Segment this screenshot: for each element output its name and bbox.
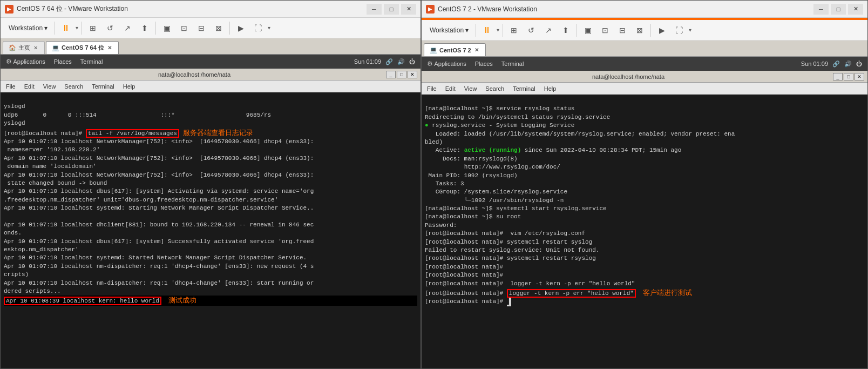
tab-centos-right[interactable]: 💻 CentOS 7 2 ✕	[424, 43, 486, 56]
right-fullscreen-arrow: ▾	[689, 27, 691, 33]
tab-centos-left[interactable]: 💻 CentOS 7 64 位 ✕	[46, 41, 119, 54]
minimize-button-left[interactable]: ─	[367, 4, 382, 15]
right-view-btn-4[interactable]: ⊠	[632, 23, 647, 38]
right-window-title: CentOS 7 2 - VMware Workstation	[438, 5, 813, 13]
power-icon-right: ⏻	[856, 61, 862, 67]
dropdown-arrow-right: ▾	[465, 26, 469, 34]
menu-search-right[interactable]: Search	[483, 85, 506, 92]
terminal-close-right[interactable]: ✕	[855, 73, 864, 80]
right-vm-btn-2[interactable]: ↺	[524, 23, 539, 38]
workstation-menu-right[interactable]: Workstation ▾	[426, 24, 472, 36]
right-view-btn-1[interactable]: ▣	[580, 23, 595, 38]
terminal-menu-right[interactable]: Terminal	[501, 61, 524, 67]
term-line-1: yslogd	[4, 103, 25, 110]
vm-btn-4[interactable]: ⬆	[137, 21, 152, 36]
left-tab-bar: 🏠 主页 ✕ 💻 CentOS 7 64 位 ✕	[1, 38, 421, 55]
menu-edit-right[interactable]: Edit	[443, 85, 458, 92]
r-line-21: [root@localhost nata]#	[425, 272, 503, 278]
term-line-12: .freedesktop.nm_dispatcher' unit='dbus-o…	[4, 197, 278, 203]
left-terminal-menu: File Edit View Search Terminal Help	[1, 80, 421, 92]
right-guest-bar-right: Sun 01:09 🔗 🔊 ⏻	[801, 61, 862, 68]
term-line-19: Apr 10 01:07:10 localhost nm-dispatcher:…	[4, 263, 314, 270]
left-terminal-title-bar: nata@localhost:/home/nata _ □ ✕	[1, 69, 421, 80]
term-line-16: Apr 10 01:07:10 localhost dbus[617]: [sy…	[4, 238, 314, 245]
apps-icon-right: ⚙	[427, 60, 433, 68]
menu-terminal-left[interactable]: Terminal	[90, 83, 117, 90]
view-btn-3[interactable]: ⊟	[194, 21, 209, 36]
right-terminal-wrapper: nata@localhost:/home/nata _ □ ✕ File Edi…	[422, 71, 867, 368]
workstation-menu-left[interactable]: Workstation ▾	[5, 22, 51, 34]
menu-file-left[interactable]: File	[4, 83, 18, 90]
maximize-button-right[interactable]: □	[831, 4, 846, 15]
menu-view-right[interactable]: View	[462, 85, 479, 92]
left-window-controls: ─ □ ✕	[367, 4, 416, 15]
menu-file-right[interactable]: File	[425, 85, 439, 92]
menu-search-left[interactable]: Search	[62, 83, 85, 90]
r-line-22: [root@localhost nata]# logger -t kern -p…	[425, 280, 635, 287]
fullscreen-btn[interactable]: ⛶	[250, 21, 266, 36]
term-line-9: Apr 10 01:07:10 localhost NetworkManager…	[4, 172, 314, 178]
console-btn[interactable]: ▶	[233, 21, 248, 36]
right-fullscreen-btn[interactable]: ⛶	[672, 23, 687, 38]
right-view-btn-2[interactable]: ⊡	[598, 23, 613, 38]
right-vm-btn-3[interactable]: ↗	[541, 23, 556, 38]
applications-menu-left[interactable]: ⚙ Applications	[6, 58, 45, 65]
annotation-success: 测试成功	[168, 296, 196, 304]
terminal-maximize-left[interactable]: □	[397, 71, 406, 78]
vm-btn-2[interactable]: ↺	[103, 21, 118, 36]
places-menu-left[interactable]: Places	[54, 58, 72, 65]
places-menu-right[interactable]: Places	[475, 61, 493, 67]
term-line-20: cripts)	[4, 271, 29, 278]
left-terminal-content[interactable]: yslogd udp6 0 0 :::514 :::* 9685/rs yslo…	[1, 92, 421, 368]
minimize-button-right[interactable]: ─	[813, 4, 829, 15]
menu-edit-left[interactable]: Edit	[22, 83, 37, 90]
right-view-btn-3[interactable]: ⊟	[615, 23, 630, 38]
right-toolbar-sep-1	[476, 24, 476, 37]
term-line-2: udp6 0 0 :::514 :::* 9685/rs	[4, 112, 271, 118]
r-line-14: [nata@localhost ~]$ su root	[425, 213, 521, 220]
right-vm-btn-1[interactable]: ⊞	[506, 23, 521, 38]
pause-button-right[interactable]: ⏸	[479, 23, 494, 38]
applications-menu-right[interactable]: ⚙ Applications	[427, 60, 466, 68]
network-icon-right: 🔗	[832, 61, 840, 68]
workstation-label-left: Workstation	[9, 24, 43, 32]
terminal-minimize-right[interactable]: _	[833, 73, 843, 80]
terminal-menu-left[interactable]: Terminal	[80, 58, 103, 65]
tab-home-label: 主页	[18, 44, 30, 52]
right-toolbar-sep-2	[503, 24, 503, 37]
view-btn-4[interactable]: ⊠	[211, 21, 226, 36]
menu-help-left[interactable]: Help	[121, 83, 138, 90]
view-btn-1[interactable]: ▣	[159, 21, 174, 36]
terminal-close-left[interactable]: ✕	[408, 71, 417, 78]
tab-home-left[interactable]: 🏠 主页 ✕	[3, 41, 45, 54]
view-btn-2[interactable]: ⊡	[177, 21, 192, 36]
close-button-right[interactable]: ✕	[848, 4, 863, 15]
menu-help-right[interactable]: Help	[542, 85, 559, 92]
vm-btn-3[interactable]: ↗	[120, 21, 135, 36]
maximize-button-left[interactable]: □	[384, 4, 399, 15]
right-console-btn[interactable]: ▶	[654, 23, 669, 38]
tab-centos-close[interactable]: ✕	[106, 45, 113, 51]
close-button-left[interactable]: ✕	[401, 4, 416, 15]
right-tab-bar: 💻 CentOS 7 2 ✕	[422, 41, 867, 57]
pause-arrow-right: ▾	[497, 27, 499, 33]
tab-home-close[interactable]: ✕	[32, 45, 39, 51]
menu-terminal-right[interactable]: Terminal	[511, 85, 538, 92]
right-terminal-content[interactable]: [nata@localhost ~]$ service rsyslog stat…	[422, 95, 867, 368]
vm-btn-1[interactable]: ⊞	[85, 21, 100, 36]
power-icon-left: ⏻	[409, 58, 415, 65]
r-line-18: Failed to restart syslog.service: Unit n…	[425, 247, 599, 253]
volume-icon-right: 🔊	[844, 61, 852, 68]
toolbar-sep-4	[229, 22, 230, 35]
left-guest-bar: ⚙ Applications Places Terminal Sun 01:09…	[1, 55, 421, 69]
right-title-bar: ▶ CentOS 7 2 - VMware Workstation ─ □ ✕	[422, 1, 867, 18]
pause-button-left[interactable]: ⏸	[58, 21, 73, 36]
menu-view-left[interactable]: View	[41, 83, 58, 90]
terminal-minimize-left[interactable]: _	[386, 71, 396, 78]
right-vm-btn-4[interactable]: ⬆	[558, 23, 573, 38]
tab-centos2-close[interactable]: ✕	[473, 47, 480, 53]
terminal-maximize-right[interactable]: □	[844, 73, 853, 80]
r-line-7: Docs: man:rsyslogd(8)	[425, 156, 518, 162]
r-line-11: CGroup: /system.slice/rsyslog.service	[425, 189, 567, 195]
r-line-8: http://www.rsyslog.com/doc/	[425, 164, 560, 170]
